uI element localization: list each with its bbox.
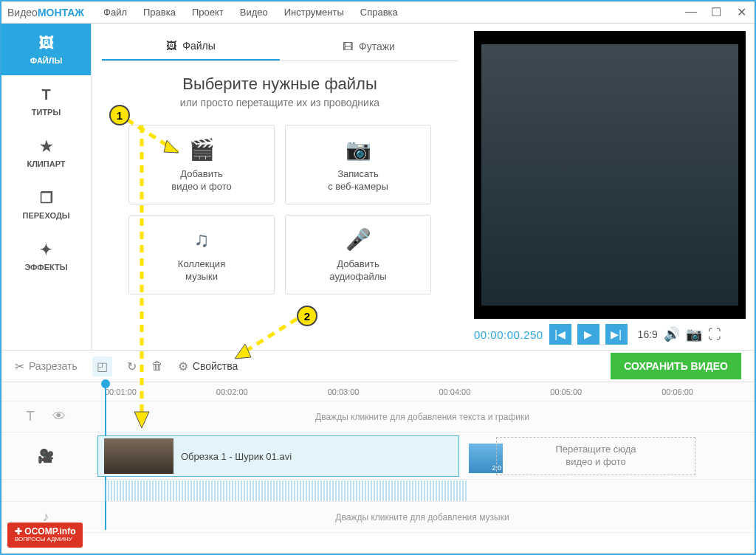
sidebar-item-effects[interactable]: ✦ ЭФФЕКТЫ xyxy=(1,230,91,282)
svg-marker-1 xyxy=(164,140,179,153)
app-title: ВидеоМОНТАЖ xyxy=(7,7,84,18)
music-icon: ♫ xyxy=(194,227,210,252)
clip-thumbnail xyxy=(104,438,173,474)
save-video-button[interactable]: СОХРАНИТЬ ВИДЕО xyxy=(611,353,741,379)
card-webcam[interactable]: 📷 Записатьс веб-камеры xyxy=(285,125,431,204)
sidebar: 🖼 ФАЙЛЫ T ТИТРЫ ★ КЛИПАРТ ❐ ПЕРЕХОДЫ ✦ Э… xyxy=(1,24,92,350)
menu-file[interactable]: Файл xyxy=(103,7,127,18)
text-track-body[interactable]: Дважды кликните для добавления текста и … xyxy=(90,401,755,432)
close-button[interactable]: ✕ xyxy=(734,5,749,19)
svg-line-4 xyxy=(241,319,297,354)
text-icon: T xyxy=(27,409,35,424)
video-track-head: 🎥 xyxy=(1,448,90,464)
prev-button[interactable]: |◀ xyxy=(549,324,571,345)
maximize-button[interactable]: ☐ xyxy=(709,5,724,19)
video-track-body[interactable]: Обрезка 1 - Шурик 01.avi 2.0 Перетащите … xyxy=(90,432,755,479)
clip-toolbar: ✂Разрезать ◰ ↻ 🗑 ⚙Свойства СОХРАНИТЬ ВИД… xyxy=(1,350,755,382)
card-add-audio[interactable]: 🎤 Добавитьаудиофайлы xyxy=(285,215,431,294)
sidebar-item-clipart[interactable]: ★ КЛИПАРТ xyxy=(1,127,91,179)
menu-project[interactable]: Проект xyxy=(192,7,224,18)
watermark-badge: ✚ OCOMP.info ВОПРОСЫ АДМИНУ xyxy=(7,523,83,548)
sidebar-label-clipart: КЛИПАРТ xyxy=(27,159,65,168)
sidebar-item-files[interactable]: 🖼 ФАЙЛЫ xyxy=(1,24,91,75)
crop-button[interactable]: ◰ xyxy=(92,356,112,376)
sidebar-label-files: ФАЙЛЫ xyxy=(30,56,62,65)
menu-video[interactable]: Видео xyxy=(240,7,268,18)
time-ruler[interactable]: 00:01:0000:02:0000:03:0000:04:0000:05:00… xyxy=(1,382,755,401)
files-tab-icon: 🖼 xyxy=(166,40,176,52)
sidebar-label-effects: ЭФФЕКТЫ xyxy=(24,263,67,272)
video-track[interactable]: 🎥 Обрезка 1 - Шурик 01.avi 2.0 Перетащит… xyxy=(1,432,755,480)
effects-icon: ✦ xyxy=(40,241,52,258)
files-icon: 🖼 xyxy=(39,35,54,52)
annotation-1: 1 xyxy=(109,105,130,125)
minimize-button[interactable]: — xyxy=(684,5,698,19)
music-track-body[interactable]: Дважды кликните для добавления музыки xyxy=(90,502,755,532)
preview-controls: 00:00:00.250 |◀ ▶ ▶| 16:9 🔊 📷 ⛶ xyxy=(474,319,746,350)
sidebar-item-transitions[interactable]: ❐ ПЕРЕХОДЫ xyxy=(1,179,91,230)
audio-waveform xyxy=(105,480,467,501)
text-track-head: T👁 xyxy=(1,409,90,424)
arrow-2-to-crop xyxy=(230,314,304,366)
clip-filename: Обрезка 1 - Шурик 01.avi xyxy=(181,451,292,462)
titles-icon: T xyxy=(41,86,50,103)
eye-icon[interactable]: 👁 xyxy=(52,409,66,424)
audio-wave-track[interactable] xyxy=(1,480,755,502)
aspect-ratio[interactable]: 16:9 xyxy=(638,328,658,340)
menu-help[interactable]: Справка xyxy=(360,7,398,18)
timecode: 00:00:00.250 xyxy=(474,328,543,341)
play-button[interactable]: ▶ xyxy=(577,324,599,345)
text-track[interactable]: T👁 Дважды кликните для добавления текста… xyxy=(1,401,755,432)
sidebar-label-transitions: ПЕРЕХОДЫ xyxy=(23,211,70,220)
camera-icon: 🎥 xyxy=(38,448,54,464)
transitions-icon: ❐ xyxy=(40,189,53,207)
volume-icon[interactable]: 🔊 xyxy=(664,326,680,342)
scissors-icon: ✂ xyxy=(15,359,24,373)
timeline: 00:01:0000:02:0000:03:0000:04:0000:05:00… xyxy=(1,382,755,530)
webcam-icon: 📷 xyxy=(346,137,371,162)
picker-title: Выберите нужные файлы xyxy=(102,75,458,94)
crop-icon: ◰ xyxy=(97,359,108,373)
video-clip[interactable]: Обрезка 1 - Шурик 01.avi 2.0 xyxy=(97,435,459,477)
gear-icon: ⚙ xyxy=(178,359,188,373)
menu-edit[interactable]: Правка xyxy=(143,7,176,18)
video-preview[interactable] xyxy=(474,31,746,319)
preview-panel: 00:00:00.250 |◀ ▶ ▶| 16:9 🔊 📷 ⛶ xyxy=(468,24,755,350)
snapshot-icon[interactable]: 📷 xyxy=(686,326,702,342)
window-controls: — ☐ ✕ xyxy=(684,5,749,19)
picker-subtitle: или просто перетащите их из проводника xyxy=(102,97,458,108)
properties-button[interactable]: ⚙Свойства xyxy=(178,359,238,373)
next-button[interactable]: ▶| xyxy=(605,324,628,345)
arrow-1-to-timeline xyxy=(131,125,161,435)
music-track[interactable]: ♪ Дважды кликните для добавления музыки xyxy=(1,502,755,533)
sidebar-label-titles: ТИТРЫ xyxy=(32,108,61,117)
video-dropzone[interactable]: Перетащите сюда видео и фото xyxy=(496,437,695,475)
tab-footage[interactable]: 🎞Футажи xyxy=(280,32,458,61)
video-frame xyxy=(481,44,738,306)
footage-tab-icon: 🎞 xyxy=(343,41,353,52)
svg-marker-5 xyxy=(235,344,251,359)
clipart-icon: ★ xyxy=(40,137,53,155)
svg-marker-3 xyxy=(134,412,149,428)
mic-icon: 🎤 xyxy=(346,227,371,252)
tab-files[interactable]: 🖼Файлы xyxy=(102,32,280,61)
tabs: 🖼Файлы 🎞Футажи xyxy=(102,32,458,61)
titlebar: ВидеоМОНТАЖ Файл Правка Проект Видео Инс… xyxy=(1,1,755,24)
cut-button[interactable]: ✂Разрезать xyxy=(15,359,78,373)
annotation-2: 2 xyxy=(297,306,317,326)
menu-tools[interactable]: Инструменты xyxy=(284,7,344,18)
menubar: Файл Правка Проект Видео Инструменты Спр… xyxy=(103,7,398,18)
fullscreen-icon[interactable]: ⛶ xyxy=(708,327,721,342)
sidebar-item-titles[interactable]: T ТИТРЫ xyxy=(1,75,91,127)
